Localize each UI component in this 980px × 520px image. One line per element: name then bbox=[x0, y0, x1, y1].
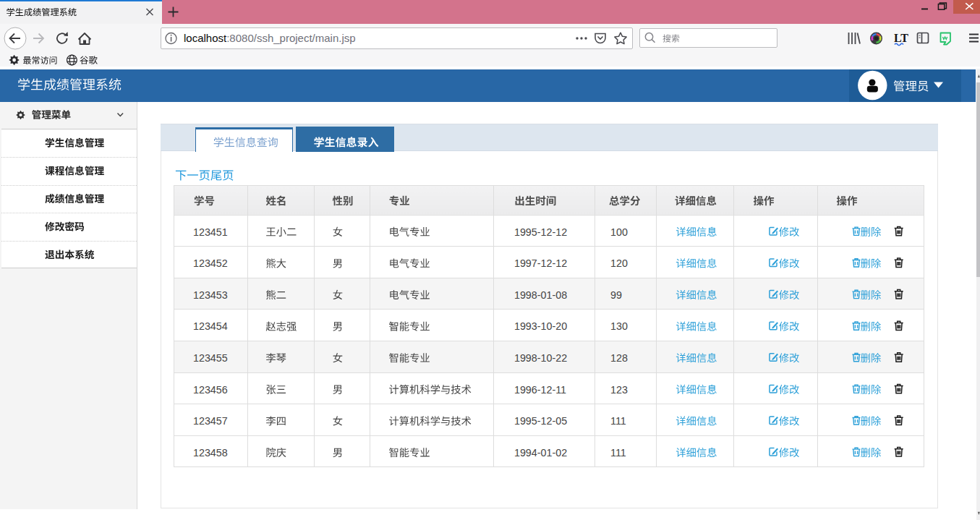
svg-text:LT: LT bbox=[894, 32, 908, 44]
